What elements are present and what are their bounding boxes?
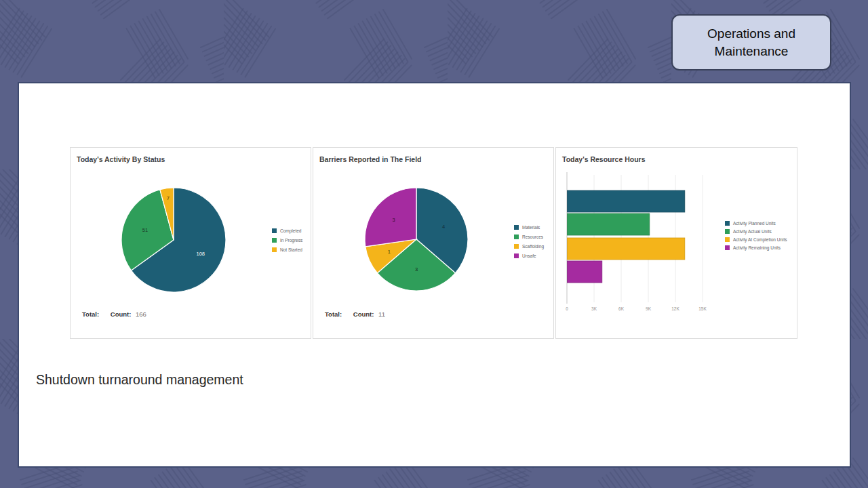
barriers-legend: MaterialsResourcesScaffoldingUnsafe	[514, 222, 544, 260]
pie-slice-value: 4	[442, 224, 445, 230]
card-barriers-reported: Barriers Reported in The Field 4313 Mate…	[313, 147, 554, 339]
legend-swatch	[272, 247, 277, 252]
section-tag-label: Operations and Maintenance	[684, 25, 819, 59]
pie-slice-value: 1	[388, 249, 391, 255]
bar	[568, 238, 685, 260]
legend-swatch	[514, 244, 519, 249]
activity-status-legend: CompletedIn ProgressNot Started	[272, 226, 302, 254]
count-label: Count:	[353, 310, 374, 318]
legend-swatch	[725, 245, 730, 250]
legend-label: Not Started	[280, 247, 302, 252]
legend-swatch	[272, 238, 277, 243]
count-label: Count:	[111, 310, 132, 318]
legend-swatch	[514, 235, 519, 239]
legend-item: Resources	[514, 232, 544, 241]
legend-label: In Progress	[280, 238, 302, 243]
legend-label: Completed	[280, 228, 301, 233]
total-row: Total: Count: 11	[325, 310, 385, 318]
resource-hours-legend: Activity Planned UnitsActivity Actual Un…	[725, 219, 787, 251]
legend-swatch	[725, 229, 730, 234]
legend-swatch	[272, 228, 277, 233]
card-activity-by-status: Today's Activity By Status 108517 Comple…	[70, 147, 311, 339]
legend-item: Activity At Completion Units	[725, 235, 787, 243]
legend-swatch	[514, 225, 519, 230]
total-label: Total:	[82, 310, 99, 318]
count-value: 11	[378, 310, 385, 318]
x-tick-label: 15K	[698, 306, 707, 311]
total-label: Total:	[325, 310, 342, 318]
legend-label: Activity Remaining Units	[733, 245, 781, 250]
legend-item: Completed	[272, 226, 302, 235]
legend-label: Unsafe	[522, 253, 536, 258]
pie-slice-value: 3	[415, 266, 418, 272]
legend-item: In Progress	[272, 235, 302, 245]
legend-item: Activity Planned Units	[725, 219, 787, 227]
legend-label: Activity At Completion Units	[733, 237, 787, 242]
legend-swatch	[514, 253, 519, 258]
x-tick-label: 12K	[671, 306, 679, 311]
x-tick-label: 9K	[646, 306, 652, 311]
legend-label: Activity Planned Units	[733, 221, 776, 226]
bar	[568, 190, 685, 212]
x-tick-label: 6K	[618, 306, 625, 311]
legend-label: Activity Actual Units	[733, 229, 772, 234]
legend-item: Activity Actual Units	[725, 227, 787, 235]
bar	[568, 261, 602, 283]
card-resource-hours: Today's Resource Hours 03K6K9K12K15K Act…	[555, 147, 797, 339]
pie-slice-value: 108	[197, 251, 205, 257]
pie-slice	[365, 188, 416, 247]
pie-slice-value: 7	[167, 195, 170, 201]
legend-label: Scaffolding	[522, 244, 544, 249]
legend-item: Activity Remaining Units	[725, 243, 787, 251]
x-tick-label: 3K	[591, 306, 597, 311]
pie-slice-value: 3	[393, 217, 395, 223]
section-tag: Operations and Maintenance	[671, 14, 831, 70]
pie-slice-value: 51	[142, 227, 148, 233]
legend-label: Resources	[522, 235, 543, 239]
slide-canvas: Operations and Maintenance Today's Activ…	[0, 0, 868, 488]
legend-item: Unsafe	[514, 251, 544, 260]
legend-swatch	[725, 237, 730, 242]
legend-label: Materials	[522, 225, 540, 230]
slide-caption: Shutdown turnaround management	[36, 372, 243, 388]
bar	[568, 214, 650, 235]
count-value: 166	[136, 310, 146, 318]
legend-item: Materials	[514, 222, 544, 232]
legend-swatch	[725, 221, 730, 226]
x-tick-label: 0	[566, 306, 568, 311]
legend-item: Scaffolding	[514, 241, 544, 251]
total-row: Total: Count: 166	[82, 310, 146, 318]
legend-item: Not Started	[272, 245, 302, 254]
